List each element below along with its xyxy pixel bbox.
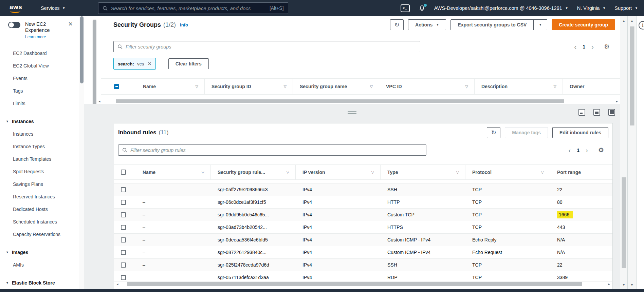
scroll-right-icon[interactable]: ▸ (614, 99, 620, 103)
security-groups-filter-input[interactable] (126, 44, 416, 50)
row-checkbox[interactable] (121, 187, 126, 192)
header-cell-security-group-id[interactable]: Security group ID ▽ (205, 79, 293, 94)
header-cell-name[interactable]: Name ▽ (136, 165, 211, 179)
sidebar-item-tags[interactable]: Tags (0, 84, 79, 97)
filter-funnel-icon[interactable]: ▽ (541, 170, 544, 174)
header-cell-owner[interactable]: Owner (563, 79, 620, 94)
previous-page-button[interactable]: ‹ (573, 43, 578, 50)
scrollbar-track[interactable] (121, 282, 606, 286)
rule-row[interactable]: – sgr-03ad73b4b20542... IPv4 HTTPS TCP 4… (114, 221, 612, 234)
rule-row[interactable]: – sgr-0aff279e2098666c3 IPv4 SSH TCP 22 (114, 183, 612, 196)
aws-logo[interactable]: aws (10, 3, 24, 13)
scroll-left-icon[interactable]: ◂ (96, 99, 103, 103)
row-checkbox[interactable] (121, 237, 126, 242)
account-menu[interactable]: AWS-Developer/sakshi@perforce.com @ 4046… (434, 5, 568, 11)
row-checkbox[interactable] (121, 200, 126, 205)
sidebar-section-images[interactable]: ▼ Images (0, 246, 79, 258)
header-cell-description[interactable]: Description ▽ (475, 79, 563, 94)
rule-row[interactable]: – sgr-0872261293840c... IPv4 Custom ICMP… (114, 246, 612, 259)
sidebar-item-limits[interactable]: Limits (0, 97, 79, 110)
scroll-up-icon[interactable]: ▲ (628, 19, 636, 23)
learn-more-link[interactable]: Learn more (25, 35, 46, 39)
sidebar-item-capacity-reservations[interactable]: Capacity Reservations (0, 228, 79, 240)
row-checkbox[interactable] (121, 275, 126, 280)
header-cell-rule-id[interactable]: Security group rule... ▽ (211, 165, 296, 179)
clear-filters-button[interactable]: Clear filters (168, 58, 209, 69)
header-cell-ip-version[interactable]: IP version ▽ (296, 165, 381, 179)
filter-funnel-icon[interactable]: ▽ (287, 170, 289, 174)
manage-tags-button[interactable]: Manage tags (505, 127, 548, 138)
sidebar-item-amis[interactable]: AMIs (0, 258, 79, 271)
row-checkbox[interactable] (121, 212, 126, 217)
close-icon[interactable]: × (66, 21, 75, 27)
filter-funnel-icon[interactable]: ▽ (284, 84, 287, 89)
sidebar-item-ec2-global-view[interactable]: EC2 Global View (0, 59, 79, 72)
scroll-down-icon[interactable]: ▼ (620, 283, 627, 287)
header-cell-vpc-id[interactable]: VPC ID ▽ (379, 79, 475, 94)
export-csv-caret-segment[interactable]: ▼ (533, 20, 547, 30)
sidebar-section-elastic-block-store[interactable]: ▼ Elastic Block Store (0, 276, 79, 289)
panel-full-layout-icon[interactable] (608, 109, 615, 116)
row-checkbox[interactable] (121, 250, 126, 255)
support-menu[interactable]: Support ▼ (614, 5, 638, 11)
sidebar-item-dedicated-hosts[interactable]: Dedicated Hosts (0, 203, 79, 215)
new-experience-toggle[interactable] (8, 22, 20, 28)
sidebar-item-scheduled-instances[interactable]: Scheduled Instances (0, 215, 79, 228)
sidebar-item-ec2-dashboard[interactable]: EC2 Dashboard (0, 47, 79, 59)
export-csv-label-segment[interactable]: Export security groups to CSV (451, 20, 533, 30)
sidebar-item-events[interactable]: Events (0, 72, 79, 84)
filter-funnel-icon[interactable]: ▽ (371, 170, 374, 174)
actions-button[interactable]: Actions ▼ (408, 19, 446, 30)
split-drag-handle[interactable] (348, 111, 356, 115)
filter-funnel-icon[interactable]: ▽ (465, 84, 468, 89)
sidebar-item-spot-requests[interactable]: Spot Requests (0, 165, 79, 178)
gear-icon[interactable]: ⚙ (604, 43, 610, 51)
rule-row[interactable]: – sgr-0deeaa536f4c6bfd5 IPv4 Custom ICMP… (114, 234, 612, 246)
header-cell-security-group-name[interactable]: Security group name ▽ (293, 79, 379, 94)
notifications-button[interactable] (419, 5, 425, 12)
scrollbar-track[interactable] (103, 99, 614, 103)
scroll-right-icon[interactable]: ▸ (606, 282, 612, 286)
scrollbar-thumb[interactable] (630, 26, 634, 125)
gear-icon[interactable]: ⚙ (598, 146, 604, 154)
info-panel-icon[interactable]: i (639, 21, 644, 30)
scroll-down-icon[interactable]: ▼ (628, 283, 636, 287)
header-cell-type[interactable]: Type ▽ (381, 165, 465, 179)
next-page-button[interactable]: › (584, 147, 589, 154)
sidebar-item-launch-templates[interactable]: Launch Templates (0, 153, 79, 165)
filter-funnel-icon[interactable]: ▽ (554, 84, 556, 89)
filter-funnel-icon[interactable]: ▽ (370, 84, 373, 89)
panel-split-layout-icon[interactable] (593, 109, 600, 116)
next-page-button[interactable]: › (590, 43, 595, 50)
edit-inbound-rules-button[interactable]: Edit inbound rules (552, 127, 608, 138)
row-checkbox[interactable] (121, 262, 126, 268)
sidebar-item-reserved-instances[interactable]: Reserved Instances (0, 190, 79, 203)
scrollbar-thumb[interactable] (622, 177, 626, 268)
global-search-input[interactable] (111, 5, 266, 11)
cloudshell-icon[interactable]: >_ (401, 4, 410, 12)
scrollbar-thumb[interactable] (127, 282, 582, 286)
refresh-button[interactable]: ↻ (390, 19, 404, 30)
sidebar-scrollbar-thumb[interactable] (80, 16, 84, 83)
header-cell-protocol[interactable]: Protocol ▽ (465, 165, 550, 179)
global-search[interactable]: [Alt+S] (98, 2, 288, 14)
inbound-rules-filter-input[interactable] (130, 148, 422, 153)
panel-bottom-layout-icon[interactable] (578, 109, 585, 116)
header-cell-port-range[interactable]: Port range (550, 165, 612, 179)
filter-funnel-icon[interactable]: ▽ (456, 170, 459, 174)
remove-filter-icon[interactable]: × (148, 60, 151, 67)
sidebar-item-savings-plans[interactable]: Savings Plans (0, 178, 79, 190)
rule-row[interactable]: – sgr-09dd95b0c546c65... IPv4 Custom TCP… (114, 209, 612, 221)
filter-funnel-icon[interactable]: ▽ (196, 84, 198, 89)
select-all-checkbox[interactable] (121, 170, 126, 175)
create-security-group-button[interactable]: Create security group (552, 19, 615, 30)
scroll-up-icon[interactable]: ▲ (620, 19, 627, 23)
rule-row[interactable]: – sgr-06c0dce1af3f91cf5 IPv4 HTTP TCP 80 (114, 196, 612, 209)
sidebar-section-instances[interactable]: ▼ Instances (0, 115, 79, 128)
header-cell-name[interactable]: Name ▽ (136, 79, 205, 94)
row-checkbox[interactable] (121, 225, 126, 230)
sidebar-item-instances[interactable]: Instances (0, 128, 79, 140)
info-link[interactable]: Info (180, 22, 188, 27)
rule-row[interactable]: – sgr-025f2478ceda97d6d IPv4 SSH TCP 22 (114, 259, 612, 271)
scrollbar-thumb[interactable] (116, 99, 564, 103)
